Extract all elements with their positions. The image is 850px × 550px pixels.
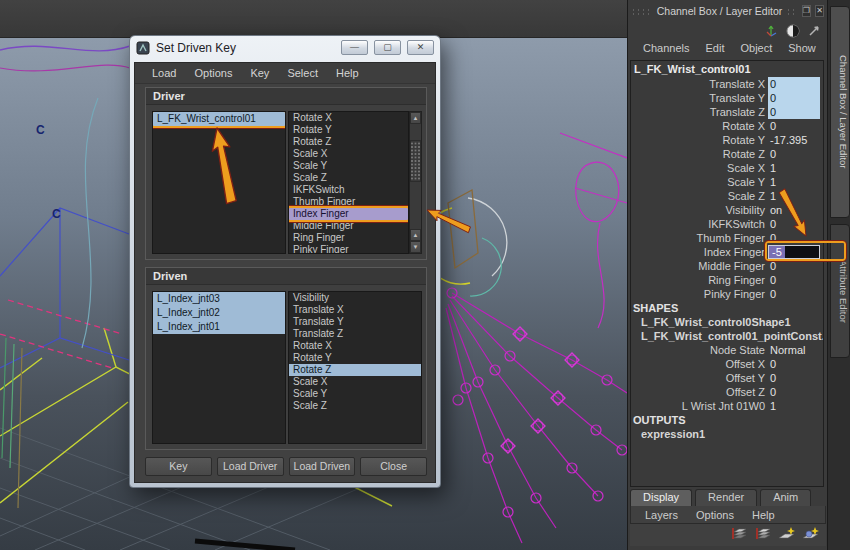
channel-menu-object[interactable]: Object — [733, 42, 779, 54]
manipulator-axis-icon[interactable] — [764, 23, 779, 38]
channel-menu-show[interactable]: Show — [781, 42, 823, 54]
driven-object-item[interactable]: L_Index_jnt01 — [153, 320, 285, 334]
driver-attribute-item[interactable]: Pinky Finger — [289, 244, 408, 254]
channel-value-thumb-finger[interactable]: 0 — [768, 231, 820, 245]
channel-box-titlebar[interactable]: Channel Box / Layer Editor ❐ ✕ — [628, 0, 827, 22]
driver-object-item[interactable]: L_FK_Wrist_control01 — [153, 112, 285, 126]
side-tab-attribute-editor[interactable]: Attribute Editor — [830, 224, 850, 358]
channel-value-translate-y[interactable]: 0 — [768, 91, 820, 105]
driven-attribute-item[interactable]: Rotate Y — [289, 352, 421, 364]
driven-attribute-item[interactable]: Translate X — [289, 304, 421, 316]
select-arrow-icon[interactable] — [807, 23, 822, 38]
side-tab-channel-box[interactable]: Channel Box / Layer Editor — [830, 6, 850, 218]
driven-attribute-item[interactable]: Scale Z — [289, 400, 421, 412]
driven-attribute-item[interactable]: Rotate Z — [289, 364, 421, 376]
close-button[interactable]: Close — [360, 457, 427, 476]
channel-value-ring-finger[interactable]: 0 — [768, 273, 820, 287]
layer-tab-render[interactable]: Render — [695, 489, 757, 506]
driver-attribute-item[interactable]: Thumb Finger — [289, 196, 408, 208]
channel-value-translate-x[interactable]: 0 — [768, 77, 820, 91]
driver-attribute-item[interactable]: Rotate Z — [289, 136, 408, 148]
channel-object-name[interactable]: L_FK_Wrist_control01 — [631, 61, 823, 77]
dialog-titlebar[interactable]: Set Driven Key — ▢ ✕ — [130, 36, 440, 59]
new-empty-layer-icon[interactable] — [777, 526, 796, 541]
driven-attribute-item[interactable]: Scale Y — [289, 388, 421, 400]
channel-value-l-wrist-jnt-01w0[interactable]: 1 — [768, 399, 820, 413]
channel-value-ikfkswitch[interactable]: 0 — [768, 217, 820, 231]
maximize-button[interactable]: ▢ — [374, 40, 401, 55]
driver-attribute-item[interactable]: Scale Z — [289, 172, 408, 184]
channel-value-visibility[interactable]: on — [768, 203, 820, 217]
driver-attribute-item[interactable]: Middle Finger — [289, 220, 408, 232]
new-layer-selected-icon[interactable] — [801, 526, 820, 541]
panel-close-button[interactable]: ✕ — [815, 5, 824, 17]
layer-tab-anim[interactable]: Anim — [760, 489, 811, 506]
dialog-menu-key[interactable]: Key — [241, 67, 278, 79]
channel-value-scale-x[interactable]: 1 — [768, 161, 820, 175]
panel-grip-2[interactable] — [786, 8, 798, 15]
layer-menu-help[interactable]: Help — [744, 509, 783, 521]
driver-attribute-item[interactable]: Rotate X — [289, 112, 408, 124]
driver-attribute-item[interactable]: Scale Y — [289, 160, 408, 172]
driven-object-item[interactable]: L_Index_jnt02 — [153, 306, 285, 320]
minimize-button[interactable]: — — [341, 40, 368, 55]
driven-attribute-list[interactable]: VisibilityTranslate XTranslate YTranslat… — [288, 291, 422, 444]
dialog-button-row: KeyLoad DriverLoad DrivenClose — [145, 457, 427, 476]
panel-grip[interactable] — [631, 8, 653, 15]
driven-attribute-item[interactable]: Translate Y — [289, 316, 421, 328]
close-button[interactable]: ✕ — [407, 40, 434, 55]
driver-attribute-item[interactable]: Rotate Y — [289, 124, 408, 136]
channel-value-node-state[interactable]: Normal — [768, 343, 820, 357]
driver-attribute-list[interactable]: Rotate XRotate YRotate ZScale XScale YSc… — [288, 111, 409, 254]
key-button[interactable]: Key — [145, 457, 212, 476]
channel-value-rotate-z[interactable]: 0 — [768, 147, 820, 161]
dialog-menu-options[interactable]: Options — [185, 67, 241, 79]
channel-menu-channels[interactable]: Channels — [636, 42, 696, 54]
channel-value-rotate-x[interactable]: 0 — [768, 119, 820, 133]
load-driven-button[interactable]: Load Driven — [289, 457, 356, 476]
channel-value-rotate-y[interactable]: -17.395 — [768, 133, 820, 147]
channel-value-offset-z[interactable]: 0 — [768, 385, 820, 399]
driven-object-item[interactable]: L_Index_jnt03 — [153, 292, 285, 306]
channel-menu-edit[interactable]: Edit — [698, 42, 731, 54]
channel-value-offset-y[interactable]: 0 — [768, 371, 820, 385]
channel-value-offset-x[interactable]: 0 — [768, 357, 820, 371]
layer-menu-layers[interactable]: Layers — [637, 509, 686, 521]
driven-attribute-item[interactable]: Rotate X — [289, 340, 421, 352]
driver-attribute-item[interactable]: Index Finger — [289, 208, 408, 220]
scrollbar-thumb[interactable] — [410, 140, 421, 182]
driven-object-list[interactable]: L_Index_jnt03L_Index_jnt02L_Index_jnt01 — [152, 291, 286, 444]
output-node-name[interactable]: expression1 — [631, 427, 823, 441]
channel-value-pinky-finger[interactable]: 0 — [768, 287, 820, 301]
channel-value-middle-finger[interactable]: 0 — [768, 259, 820, 273]
dialog-menu-load[interactable]: Load — [143, 67, 185, 79]
shape-node-name[interactable]: L_FK_Wrist_control0Shape1 — [631, 315, 823, 329]
scroll-down-button[interactable]: ▼ — [410, 241, 421, 253]
driver-attribute-item[interactable]: IKFKSwitch — [289, 184, 408, 196]
shape-node-name[interactable]: L_FK_Wrist_control01_pointConst... — [631, 329, 823, 343]
shapes-header: SHAPES — [631, 301, 823, 315]
channel-value-field-index-finger[interactable]: -5 — [768, 245, 820, 259]
scroll-up-button[interactable]: ▲ — [410, 112, 421, 124]
driven-attribute-item[interactable]: Visibility — [289, 292, 421, 304]
layer-tab-display[interactable]: Display — [630, 489, 692, 506]
driver-attribute-item[interactable]: Scale X — [289, 148, 408, 160]
dialog-menu-select[interactable]: Select — [278, 67, 327, 79]
panel-restore-button[interactable]: ❐ — [802, 5, 811, 17]
layer-stack-icon-1[interactable] — [729, 526, 748, 541]
channel-value-translate-z[interactable]: 0 — [768, 105, 820, 119]
driven-attribute-item[interactable]: Scale X — [289, 376, 421, 388]
layer-stack-icon-2[interactable] — [753, 526, 772, 541]
channel-value-scale-z[interactable]: 1 — [768, 189, 820, 203]
speed-control-icon[interactable] — [786, 24, 800, 38]
load-driver-button[interactable]: Load Driver — [217, 457, 284, 476]
scroll-up-button-2[interactable]: ▲ — [410, 229, 421, 241]
driver-attribute-item[interactable]: Ring Finger — [289, 232, 408, 244]
dialog-menu-help[interactable]: Help — [327, 67, 368, 79]
driven-attribute-item[interactable]: Translate Z — [289, 328, 421, 340]
channel-label-pinky-finger: Pinky Finger — [631, 287, 768, 301]
driver-scrollbar[interactable]: ▲ ▲ ▼ — [409, 111, 422, 254]
layer-menu-options[interactable]: Options — [688, 509, 742, 521]
channel-value-scale-y[interactable]: 1 — [768, 175, 820, 189]
driver-object-list[interactable]: L_FK_Wrist_control01 — [152, 111, 286, 254]
